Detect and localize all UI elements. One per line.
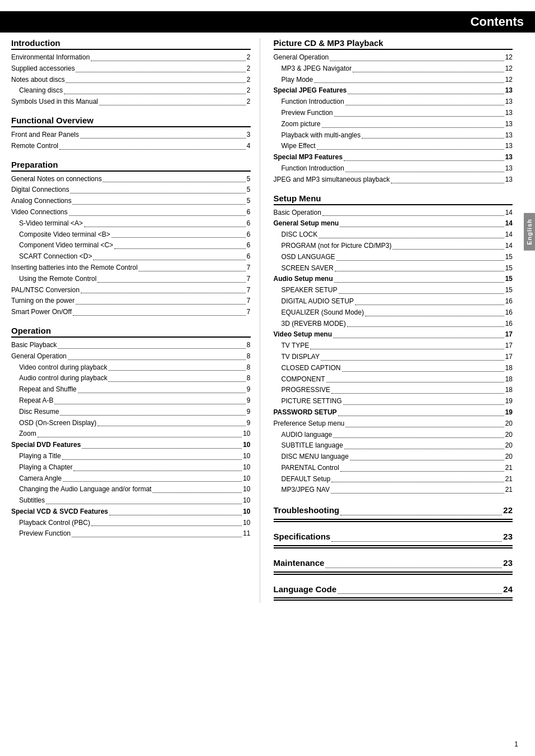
toc-label: Special VCD & SVCD Features [11, 506, 108, 518]
toc-label: PASSWORD SETUP [274, 407, 337, 418]
toc-label: AUDIO language [282, 430, 333, 441]
toc-dots [91, 518, 242, 527]
toc-label: S-Video terminal <A> [19, 218, 83, 229]
toc-page: 13 [505, 130, 513, 141]
toc-entry: EQUALIZER (Sound Mode)16 [274, 307, 513, 319]
toc-page: 3 [247, 130, 251, 141]
toc-entry: Function Introduction13 [274, 96, 513, 108]
toc-entry: Digital Connections5 [11, 185, 251, 196]
section-title: Troubleshooting22 [274, 504, 513, 522]
section-title: Specifications23 [274, 530, 513, 548]
toc-entry: DISC LOCK14 [274, 229, 513, 241]
toc-page: 6 [247, 229, 251, 241]
toc-entry: Video control during playback8 [11, 362, 251, 374]
toc-dots [322, 208, 504, 216]
toc-label: General Setup menu [274, 218, 339, 229]
toc-label: Wipe Effect [282, 141, 316, 152]
toc-dots [391, 174, 504, 183]
section-title: Setup Menu [274, 193, 513, 205]
section-title-label: Troubleshooting [274, 504, 340, 518]
toc-label: Digital Connections [11, 185, 69, 196]
toc-dots [344, 152, 504, 161]
toc-entry: Composite Video terminal <B>6 [11, 229, 251, 241]
toc-entry: General Notes on connections5 [11, 174, 251, 185]
toc-dots [72, 528, 242, 537]
toc-dots [319, 229, 504, 238]
toc-page: 5 [247, 174, 251, 185]
toc-page: 4 [247, 141, 251, 152]
toc-label: Repeat and Shuffle [19, 384, 77, 395]
toc-entry: Special VCD & SVCD Features10 [11, 506, 251, 518]
section-title-page: 22 [503, 504, 513, 518]
content-columns: IntroductionEnvironmental Information2Su… [0, 38, 535, 603]
toc-page: 13 [505, 85, 513, 96]
toc-dots [331, 385, 504, 394]
toc-page: 8 [247, 351, 251, 362]
toc-page: 18 [505, 374, 513, 385]
toc-label: Changing the Audio Language and/or forma… [19, 484, 151, 495]
toc-dots [109, 506, 242, 515]
toc-page: 10 [243, 440, 250, 451]
toc-page: 19 [505, 407, 513, 418]
toc-label: COMPONENT [282, 374, 325, 385]
toc-dots [60, 407, 245, 416]
toc-dots [73, 307, 246, 316]
toc-label: Zoom picture [282, 119, 321, 130]
toc-label: Supplied accessories [11, 63, 75, 75]
toc-entry: S-Video terminal <A>6 [11, 218, 251, 229]
toc-label: MP3/JPEG NAV [282, 485, 330, 496]
right-column: Picture CD & MP3 PlaybackGeneral Operati… [271, 38, 524, 603]
toc-label: Play Mode [282, 75, 313, 86]
toc-label: 3D (REVERB MODE) [282, 319, 346, 330]
toc-label: Composite Video terminal <B> [19, 229, 110, 241]
toc-dots [333, 329, 504, 338]
toc-page: 20 [505, 440, 513, 451]
toc-label: Basic Playback [11, 340, 57, 351]
toc-page: 18 [505, 363, 513, 374]
toc-dots [342, 363, 504, 372]
toc-entry: TV TYPE17 [274, 340, 513, 352]
toc-label: Component Video terminal <C> [19, 240, 113, 251]
toc-entry: Audio Setup menu15 [274, 274, 513, 285]
toc-dots [58, 340, 245, 349]
toc-label: Function Introduction [282, 96, 344, 108]
toc-label: Remote Control [11, 141, 58, 152]
toc-page: 17 [505, 352, 513, 363]
toc-label: DISC LOCK [282, 229, 318, 241]
toc-label: Environmental Information [11, 52, 90, 63]
toc-entry: PASSWORD SETUP19 [274, 407, 513, 418]
toc-entry: Special JPEG Features13 [274, 85, 513, 96]
toc-page: 13 [505, 141, 513, 152]
toc-dots [334, 274, 504, 283]
toc-page: 8 [247, 340, 251, 351]
toc-label: Preference Setup menu [274, 418, 345, 430]
toc-entry: Audio control during playback8 [11, 373, 251, 384]
toc-page: 7 [247, 274, 251, 285]
toc-dots [339, 285, 504, 294]
section-title: Language Code24 [274, 583, 513, 601]
toc-page: 10 [243, 506, 250, 518]
page-number: 1 [514, 740, 518, 748]
section-title-dots [338, 583, 502, 594]
toc-label: Turning on the power [11, 296, 75, 307]
toc-dots [338, 407, 504, 416]
toc-page: 11 [243, 528, 250, 540]
toc-page: 14 [505, 229, 513, 241]
toc-dots [80, 130, 246, 139]
toc-entry: PROGRAM (not for Picture CD/MP3)14 [274, 241, 513, 252]
toc-page: 12 [505, 75, 513, 86]
toc-dots [347, 319, 504, 328]
toc-dots [310, 340, 504, 349]
toc-entry: OSD LANGUAGE15 [274, 252, 513, 263]
toc-page: 13 [505, 96, 513, 108]
toc-dots [353, 63, 504, 72]
toc-page: 7 [247, 296, 251, 307]
toc-entry: TV DISPLAY17 [274, 352, 513, 363]
toc-page: 9 [247, 384, 251, 395]
toc-dots [91, 52, 246, 61]
section-title-dots [340, 504, 502, 515]
toc-page: 21 [505, 463, 513, 474]
toc-entry: Repeat A-B9 [11, 395, 251, 407]
toc-entry: Playing a Chapter10 [11, 462, 251, 473]
toc-entry: PROGRESSIVE18 [274, 385, 513, 396]
